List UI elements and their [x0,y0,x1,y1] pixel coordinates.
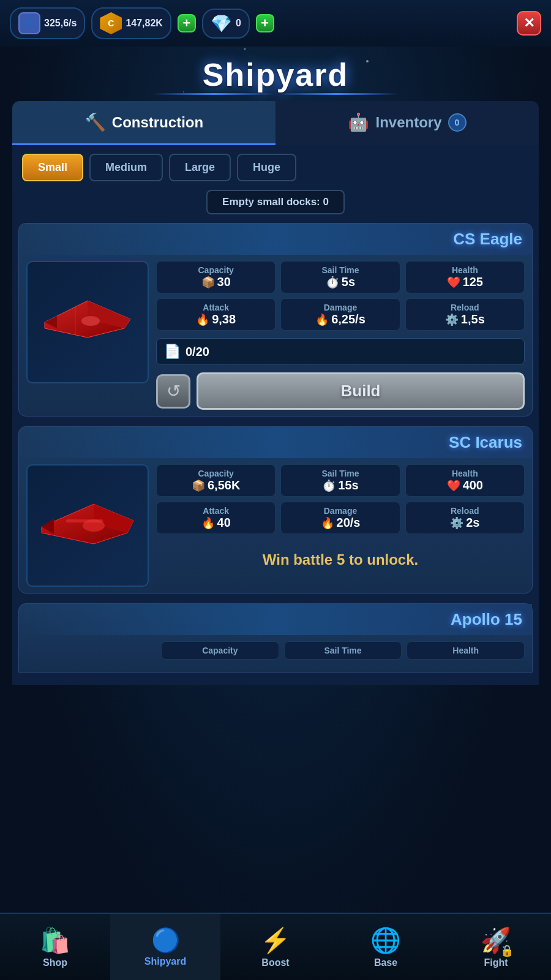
cs-eagle-damage: Damage 🔥 6,25/s [280,298,400,331]
tab-construction[interactable]: 🔨 Construction [12,101,276,145]
fight-lock-icon: 🔒 [500,944,514,957]
nav-base-label: Base [374,957,397,968]
apollo-15-stats-row: Capacity Sail Time Health [161,641,525,660]
gem-icon: 💎 [211,13,232,34]
coin-amount: 147,82K [126,18,163,29]
tab-inventory[interactable]: 🤖 Inventory 0 [276,101,539,145]
sc-icarus-unlock-text: Win battle 5 to unlock. [156,539,525,581]
apollo-15-partial-stats: Capacity Sail Time Health [161,641,525,660]
main-content: 🔨 Construction 🤖 Inventory 0 Small Mediu… [12,101,539,685]
cs-eagle-attack: Attack 🔥 9,38 [156,298,276,331]
nav-fight-label: Fight [484,957,508,968]
nav-shipyard-label: Shipyard [144,956,186,967]
page-title-area: Shipyard [0,47,551,101]
cs-eagle-refresh-button[interactable]: ↺ [156,374,190,409]
small-size-button[interactable]: Small [22,154,83,181]
apollo-15-name-bar: Apollo 15 [19,604,532,635]
attack-icon: 🔥 [196,313,209,326]
sc-icarus-reload-icon: ⚙️ [450,516,463,530]
sail-time-value: 5s [342,275,355,289]
sail-time-label: Sail Time [287,265,393,275]
svg-rect-19 [66,519,103,522]
fight-lock-overlay: 🚀 🔒 [481,926,511,955]
reload-label: Reload [412,303,518,312]
boost-nav-icon: ⚡ [260,926,291,955]
sc-icarus-health-icon: ❤️ [447,479,460,492]
cs-eagle-body: Capacity 📦 30 Sail Time ⏱️ 5s [19,255,532,416]
ship-card-cs-eagle: CS Eagle [18,223,533,417]
large-size-button[interactable]: Large [169,154,231,181]
ship-card-sc-icarus: SC Icarus [18,426,533,594]
huge-size-button[interactable]: Huge [237,154,296,181]
construction-tab-label: Construction [112,114,203,131]
add-coins-button[interactable]: + [178,14,196,32]
attack-value: 9,38 [212,312,236,326]
sc-icarus-body: Capacity 📦 6,56K Sail Time ⏱️ 15s [19,458,532,593]
ships-container: CS Eagle [12,223,539,685]
cs-eagle-build-button[interactable]: Build [197,372,525,410]
reload-icon: ⚙️ [445,313,459,326]
cs-eagle-name-bar: CS Eagle [19,224,532,255]
cs-eagle-quantity: 0/20 [186,345,209,359]
nav-boost[interactable]: ⚡ Boost [220,914,331,980]
capacity-value: 30 [217,275,231,289]
sc-icarus-name: SC Icarus [449,433,522,452]
medium-size-button[interactable]: Medium [89,154,163,181]
sc-icarus-damage: Damage 🔥 20/s [280,502,400,534]
title-decoration [0,93,551,95]
cs-eagle-health: Health ❤️ 125 [405,261,525,293]
shipyard-nav-icon: 🔵 [151,927,180,954]
nav-fight[interactable]: 🚀 🔒 Fight [441,914,551,980]
inventory-tab-label: Inventory [375,114,441,131]
sc-icarus-name-bar: SC Icarus [19,427,532,458]
sleep-rate: 325,6/s [44,18,77,29]
cs-eagle-actions: ↺ Build [156,372,525,410]
health-value: 125 [463,275,483,289]
apollo-health-label: Health [407,641,525,660]
sail-time-icon: ⏱️ [326,276,339,289]
sleep-resource: 💤 325,6/s [10,7,85,39]
add-gems-button[interactable]: + [256,14,274,32]
cs-eagle-build-row: 📄 0/20 [156,338,525,365]
construction-tab-icon: 🔨 [84,112,106,132]
inventory-badge: 0 [448,113,467,132]
close-button[interactable]: ✕ [517,11,541,36]
base-nav-icon: 🌐 [370,926,401,955]
cs-eagle-quantity-box: 📄 0/20 [156,338,525,365]
reload-value: 1,5s [461,312,485,326]
nav-base[interactable]: 🌐 Base [331,914,441,980]
coin-resource: C 147,82K [91,7,171,39]
gem-resource: 💎 0 [202,9,250,39]
sc-icarus-stats: Capacity 📦 6,56K Sail Time ⏱️ 15s [156,464,525,587]
sleep-icon: 💤 [18,12,40,34]
apollo-15-name: Apollo 15 [451,610,522,629]
cs-eagle-stats-row-1: Capacity 📦 30 Sail Time ⏱️ 5s [156,261,525,293]
sc-icarus-capacity-icon: 📦 [192,479,205,492]
sc-icarus-image [26,464,149,587]
cs-eagle-sail-time: Sail Time ⏱️ 5s [280,261,400,293]
gem-amount: 0 [236,18,241,29]
sc-icarus-attack: Attack 🔥 40 [156,502,276,534]
nav-shop[interactable]: 🛍️ Shop [0,914,110,980]
capacity-icon: 📦 [201,276,215,289]
bottom-nav: 🛍️ Shop 🔵 Shipyard ⚡ Boost 🌐 Base 🚀 🔒 Fi… [0,913,551,980]
damage-label: Damage [287,303,393,312]
health-label: Health [412,265,518,275]
tabs: 🔨 Construction 🤖 Inventory 0 [12,101,539,145]
sc-icarus-sail-time: Sail Time ⏱️ 15s [280,464,400,497]
damage-value: 6,25/s [331,312,365,326]
shop-nav-icon: 🛍️ [40,926,70,955]
nav-shipyard[interactable]: 🔵 Shipyard [110,914,220,980]
cs-eagle-stats: Capacity 📦 30 Sail Time ⏱️ 5s [156,261,525,410]
sc-icarus-damage-icon: 🔥 [321,516,334,530]
page-title: Shipyard [0,56,551,93]
sc-icarus-stats-row-2: Attack 🔥 40 Damage 🔥 20/s [156,502,525,534]
sc-icarus-capacity: Capacity 📦 6,56K [156,464,276,497]
apollo-15-body: Capacity Sail Time Health [19,635,532,666]
cs-eagle-image [26,261,149,383]
damage-icon: 🔥 [315,313,329,326]
attack-label: Attack [163,303,269,312]
sc-icarus-attack-icon: 🔥 [201,516,215,530]
nav-shop-label: Shop [43,957,67,968]
top-bar: 💤 325,6/s C 147,82K + 💎 0 + ✕ [0,0,551,47]
